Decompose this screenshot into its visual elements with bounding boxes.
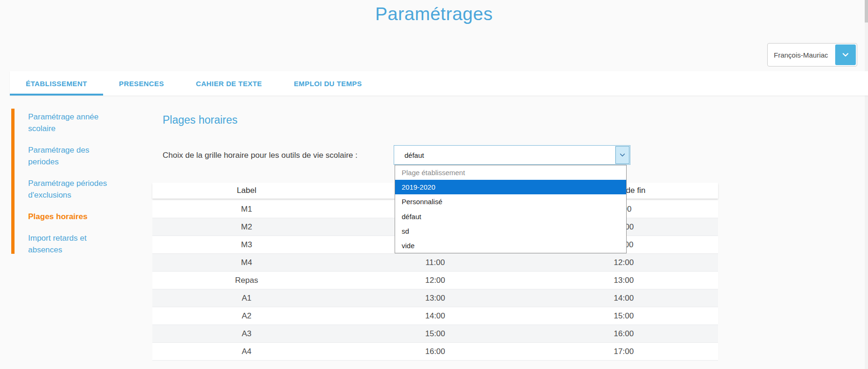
page-title: Paramétrages	[0, 4, 868, 24]
sidebar-item-import-retards[interactable]: Import retards et absences	[28, 232, 122, 256]
cell-fin: 14:00	[530, 294, 718, 303]
tab-etablissement[interactable]: ÉTABLISSEMENT	[10, 71, 103, 96]
table-row: A4 16:00 17:00	[152, 343, 718, 361]
dropdown-option-personnalise[interactable]: Personnalisé	[395, 194, 626, 209]
cell-debut: 16:00	[341, 347, 529, 356]
school-selector[interactable]: François-Mauriac	[767, 43, 857, 66]
cell-label: M4	[152, 258, 341, 267]
cell-label: M2	[152, 222, 341, 232]
dropdown-option-defaut[interactable]: défaut	[395, 209, 626, 224]
cell-fin: 15:00	[530, 311, 718, 321]
school-selector-button[interactable]	[835, 44, 856, 65]
sidebar-accent-bar	[11, 109, 15, 254]
cell-fin: 13:00	[530, 276, 718, 285]
scrollbar-thumb[interactable]	[865, 0, 868, 22]
cell-debut: 13:00	[341, 294, 529, 303]
grid-select-dropdown: Plage établissement 2019-2020 Personnali…	[395, 165, 627, 253]
cell-debut: 12:00	[341, 276, 529, 285]
tab-presences[interactable]: PRESENCES	[103, 71, 180, 96]
cell-debut: 15:00	[341, 329, 529, 339]
chevron-down-icon	[842, 51, 849, 59]
table-row: A2 14:00 15:00	[152, 307, 718, 325]
grid-select-arrow-button[interactable]	[615, 146, 629, 164]
grid-select-value: défaut	[394, 151, 424, 159]
table-row: A1 13:00 14:00	[152, 289, 718, 307]
cell-label: M1	[152, 205, 341, 214]
table-row: M4 11:00 12:00	[152, 254, 718, 272]
cell-fin: 17:00	[530, 347, 718, 356]
sidebar-item-periodes-exclusions[interactable]: Paramétrage périodes d'exclusions	[28, 177, 122, 201]
settings-page: Paramétrages François-Mauriac ÉTABLISSEM…	[0, 0, 868, 369]
sidebar-item-plages-horaires[interactable]: Plages horaires	[28, 211, 122, 222]
sidebar: Paramétrage année scolaire Paramétrage d…	[28, 111, 122, 266]
table-row: A3 15:00 16:00	[152, 325, 718, 343]
cell-label: A2	[152, 311, 341, 321]
cell-label: Repas	[152, 276, 341, 285]
dropdown-option-vide[interactable]: vide	[395, 238, 626, 253]
dropdown-option-2019-2020[interactable]: 2019-2020	[395, 180, 626, 194]
cell-debut: 11:00	[341, 258, 529, 267]
cell-label: M3	[152, 240, 341, 250]
tab-bar: ÉTABLISSEMENT PRESENCES CAHIER DE TEXTE …	[10, 71, 868, 96]
grid-select[interactable]: défaut	[394, 145, 630, 165]
chevron-down-icon	[619, 152, 626, 158]
cell-debut: 14:00	[341, 311, 529, 321]
section-heading: Plages horaires	[163, 114, 238, 126]
cell-label: A4	[152, 347, 341, 356]
table-row: Repas 12:00 13:00	[152, 272, 718, 289]
cell-fin: 12:00	[530, 258, 718, 267]
sidebar-item-annee-scolaire[interactable]: Paramétrage année scolaire	[28, 111, 122, 134]
scrollbar[interactable]	[865, 0, 868, 369]
sidebar-item-periodes[interactable]: Paramétrage des periodes	[28, 144, 122, 168]
tab-emploi-du-temps[interactable]: EMPLOI DU TEMPS	[278, 71, 378, 96]
tab-cahier-de-texte[interactable]: CAHIER DE TEXTE	[180, 71, 278, 96]
cell-label: A1	[152, 294, 341, 303]
column-header-label: Label	[152, 186, 341, 195]
grid-choice-label: Choix de la grille horaire pour les outi…	[163, 151, 358, 160]
cell-label: A3	[152, 329, 341, 339]
cell-fin: 16:00	[530, 329, 718, 339]
school-selector-value: François-Mauriac	[768, 51, 828, 59]
dropdown-option-plage-etablissement[interactable]: Plage établissement	[395, 165, 626, 180]
dropdown-option-sd[interactable]: sd	[395, 224, 626, 238]
